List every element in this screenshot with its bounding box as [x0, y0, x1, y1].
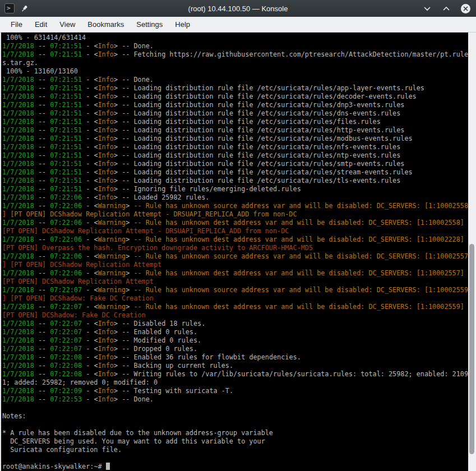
log-segment: 07:22:07 — [50, 328, 82, 336]
log-segment: [PT OPEN] DCShadow: Fake DC Creation — [2, 311, 146, 319]
log-segment: 1/7/2018 — [2, 395, 34, 403]
log-segment: 07:21:51 — [50, 50, 82, 58]
log-segment: [PT OPEN] DCShadow Replication Attempt — [2, 278, 154, 285]
log-segment: - < — [82, 109, 98, 117]
log-segment: DC_SERVERS being used. You may want to a… — [2, 437, 265, 445]
terminal-line: 1/7/2018 -- 07:21:51 - <Info> -- Loading… — [2, 143, 468, 151]
terminal-line: ] [PT OPEN] DCShadow Replication Attempt — [2, 261, 468, 269]
log-segment: 07:21:51 — [50, 135, 82, 142]
log-segment: 1/7/2018 — [2, 336, 34, 344]
close-button[interactable] — [460, 3, 470, 13]
log-segment: Info — [98, 126, 114, 134]
log-segment: Suricata configuration file. — [2, 446, 122, 454]
log-segment: 07:21:51 — [50, 185, 82, 193]
menu-edit[interactable]: Edit — [29, 18, 53, 31]
terminal-line: 1/7/2018 -- 07:22:08 - <Info> -- Writing… — [2, 370, 468, 378]
log-segment: 1/7/2018 — [2, 286, 34, 294]
log-segment: ] [PT OPEN] DCShadow: Fake DC Creation — [2, 294, 154, 302]
log-segment: 1/7/2018 — [2, 353, 34, 361]
log-segment: -- — [34, 160, 50, 168]
log-segment: Info — [98, 143, 114, 151]
log-segment: 07:22:09 — [50, 387, 82, 395]
log-segment: 07:21:51 — [50, 93, 82, 100]
log-segment: - < — [82, 93, 98, 100]
log-segment: - < — [82, 353, 98, 361]
log-segment: - < — [82, 219, 98, 227]
log-segment: 1/7/2018 — [2, 84, 34, 92]
log-segment: - < — [82, 252, 98, 260]
log-segment: 07:21:51 — [50, 143, 82, 151]
log-segment: 07:21:51 — [50, 42, 82, 50]
menu-help[interactable]: Help — [169, 18, 196, 31]
log-segment: - < — [82, 160, 98, 168]
log-segment: Warning — [98, 303, 126, 311]
title-bar[interactable]: > (root) 10.44.100.50 — Konsole — [0, 0, 476, 17]
terminal-line: s.tar.gz. — [2, 59, 468, 67]
log-segment: > -- Writing rules to /var/lib/suricata/… — [114, 370, 468, 378]
log-segment: > -- Done. — [114, 42, 154, 50]
terminal-cursor[interactable] — [106, 463, 110, 470]
log-segment: -- — [34, 185, 50, 193]
terminal-line: 1/7/2018 -- 07:21:51 - <Info> -- Done. — [2, 76, 468, 84]
menu-file[interactable]: File — [4, 18, 29, 31]
log-segment: -- Rule has unknown dest address var and… — [133, 219, 464, 227]
log-segment: -- — [34, 345, 50, 353]
log-segment: -- — [34, 42, 50, 50]
terminal-line: 100% - 13160/13160 — [2, 67, 468, 76]
terminal-line — [2, 454, 468, 463]
log-segment: Info — [98, 76, 114, 84]
log-segment: 1/7/2018 — [2, 118, 34, 126]
log-segment: - < — [82, 286, 98, 294]
log-segment: > -- Loading distribution rule file /etc… — [114, 126, 404, 134]
scrollbar-thumb[interactable] — [469, 244, 474, 454]
terminal-line: [PT OPEN] DCShadow: Fake DC Creation — [2, 311, 468, 320]
terminal-window[interactable]: 100% - 631414/6314141/7/2018 -- 07:21:51… — [0, 33, 476, 471]
log-segment: - < — [82, 345, 98, 353]
menu-view[interactable]: View — [53, 18, 81, 31]
log-segment: > -- Done. — [114, 76, 154, 84]
terminal-line: 1/7/2018 -- 07:22:07 - <Info> -- Enabled… — [2, 328, 468, 336]
log-segment: -- Rule has unknown dest address var and… — [133, 236, 464, 243]
minimize-button[interactable] — [422, 3, 432, 13]
log-segment: 07:22:07 — [50, 320, 82, 327]
log-segment: Info — [98, 193, 114, 201]
terminal-line: DC_SERVERS being used. You may want to a… — [2, 437, 468, 446]
log-segment: 1; added: 25982; removed 0; modified: 0 — [2, 378, 158, 386]
terminal-line: Suricata configuration file. — [2, 446, 468, 454]
log-segment: 1/7/2018 — [2, 328, 34, 336]
log-segment: 100% - 13160/13160 — [2, 67, 78, 75]
konsole-icon: > — [4, 3, 15, 13]
log-segment: > -- Loading distribution rule file /etc… — [114, 168, 413, 176]
log-segment: - < — [82, 320, 98, 327]
log-segment: -- — [34, 303, 50, 311]
log-segment: -- — [34, 143, 50, 151]
log-segment: -- — [34, 135, 50, 142]
log-segment: - < — [82, 236, 98, 243]
scrollbar[interactable] — [468, 33, 476, 471]
log-segment: > -- Enabled 36 rules for flowbit depend… — [114, 353, 301, 361]
log-segment: -- — [34, 286, 50, 294]
log-segment: 07:22:07 — [50, 336, 82, 344]
log-segment: 1/7/2018 — [2, 269, 34, 277]
log-segment: -- — [34, 252, 50, 260]
terminal-line: 1/7/2018 -- 07:21:51 - <Info> -- Loading… — [2, 84, 468, 93]
log-segment: 07:21:51 — [50, 101, 82, 109]
log-segment: -- — [34, 50, 50, 58]
terminal-line: [PT OPEN] DCShadow Replication Attempt -… — [2, 227, 468, 236]
log-segment: > — [126, 202, 133, 210]
log-segment: Info — [98, 320, 114, 327]
menu-bookmarks[interactable]: Bookmarks — [81, 18, 130, 31]
log-segment: - < — [82, 303, 98, 311]
log-segment: - < — [82, 395, 98, 403]
log-segment: -- — [34, 168, 50, 176]
menu-settings[interactable]: Settings — [130, 18, 169, 31]
log-segment: - < — [82, 143, 98, 151]
maximize-button[interactable] — [441, 3, 451, 13]
log-segment: Warning — [98, 236, 126, 243]
log-segment: 07:21:51 — [50, 109, 82, 117]
log-segment: -- — [34, 76, 50, 84]
log-segment: > — [126, 303, 133, 311]
pin-icon[interactable] — [20, 4, 29, 13]
prompt-line: root@anakins-skywalker:~# — [2, 463, 468, 471]
log-segment: - < — [82, 387, 98, 395]
